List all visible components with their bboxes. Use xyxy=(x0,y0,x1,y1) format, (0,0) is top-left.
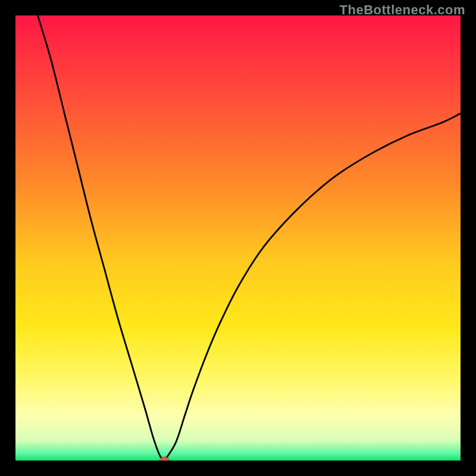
gradient-background xyxy=(15,15,461,461)
plot-svg xyxy=(15,15,461,461)
chart-frame: TheBottleneck.com xyxy=(0,0,476,476)
plot-area xyxy=(15,15,461,461)
watermark-text: TheBottleneck.com xyxy=(340,2,465,18)
